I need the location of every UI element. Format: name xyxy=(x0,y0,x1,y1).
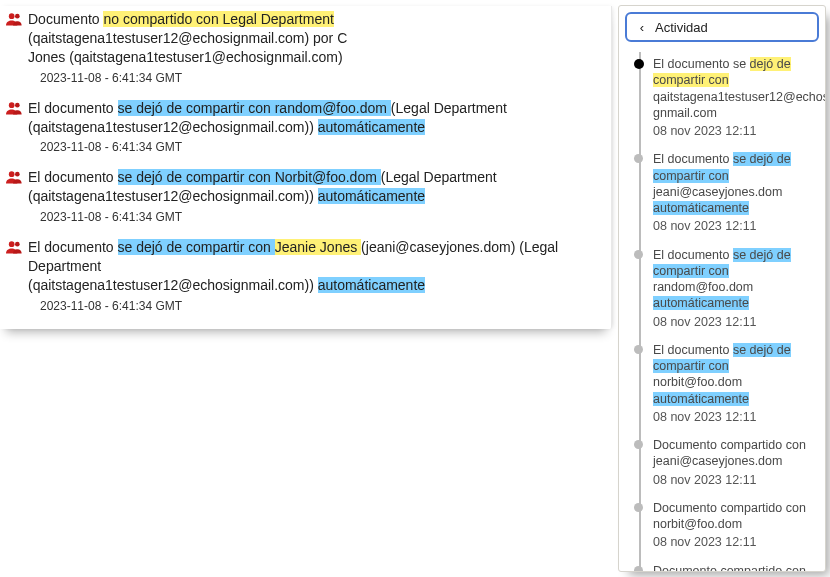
svg-point-6 xyxy=(9,242,15,248)
audit-date: 2023-11-08 - 6:41:34 GMT xyxy=(40,210,603,224)
activity-date: 08 nov 2023 12:11 xyxy=(653,314,817,330)
activity-item[interactable]: Documento compartido conrandom@foo.dom08… xyxy=(653,557,817,572)
activity-item[interactable]: Documento compartido connorbit@foo.dom08… xyxy=(653,494,817,557)
activity-item[interactable]: El documento se dejó decompartir conjean… xyxy=(653,145,817,240)
activity-text: El documento se dejó decompartir conqait… xyxy=(653,56,817,121)
activity-date: 08 nov 2023 12:11 xyxy=(653,218,817,234)
audit-text: Documento no compartido con Legal Depart… xyxy=(28,10,603,67)
audit-log-panel: Documento no compartido con Legal Depart… xyxy=(0,0,612,329)
activity-title: Actividad xyxy=(655,20,708,35)
audit-text: El documento se dejó de compartir con No… xyxy=(28,168,603,206)
audit-text: El documento se dejó de compartir con ra… xyxy=(28,99,603,137)
timeline-dot-icon xyxy=(634,503,643,512)
person-pair-icon xyxy=(6,170,23,184)
audit-row: El documento se dejó de compartir con ra… xyxy=(0,95,611,159)
timeline-dot-icon xyxy=(634,440,643,449)
person-pair-icon xyxy=(6,12,23,26)
activity-item[interactable]: El documento se dejó decompartir con nor… xyxy=(653,336,817,431)
audit-date: 2023-11-08 - 6:41:34 GMT xyxy=(40,71,603,85)
activity-text: Documento compartido conjeani@caseyjones… xyxy=(653,437,817,470)
timeline-dot-icon xyxy=(634,154,643,163)
activity-text: Documento compartido connorbit@foo.dom xyxy=(653,500,817,533)
timeline-dot-icon xyxy=(634,250,643,259)
chevron-left-icon[interactable]: ‹ xyxy=(635,20,649,35)
activity-date: 08 nov 2023 12:11 xyxy=(653,123,817,139)
svg-point-7 xyxy=(15,242,20,247)
audit-row: Documento no compartido con Legal Depart… xyxy=(0,6,611,89)
audit-date: 2023-11-08 - 6:41:34 GMT xyxy=(40,140,603,154)
activity-panel: ‹ Actividad El documento se dejó decompa… xyxy=(618,5,826,572)
svg-point-0 xyxy=(9,13,15,19)
activity-date: 08 nov 2023 12:11 xyxy=(653,472,817,488)
person-pair-icon xyxy=(6,101,23,115)
audit-row: El documento se dejó de compartir con Je… xyxy=(0,234,611,317)
svg-point-2 xyxy=(9,102,15,108)
timeline-dot-icon xyxy=(634,345,643,354)
activity-item[interactable]: El documento se dejó decompartir conqait… xyxy=(653,50,817,145)
svg-point-4 xyxy=(9,172,15,178)
activity-text: El documento se dejó decompartir conrand… xyxy=(653,247,817,312)
audit-date: 2023-11-08 - 6:41:34 GMT xyxy=(40,299,603,313)
svg-point-5 xyxy=(15,172,20,177)
audit-text: El documento se dejó de compartir con Je… xyxy=(28,238,603,295)
activity-item[interactable]: Documento compartido conjeani@caseyjones… xyxy=(653,431,817,494)
activity-list: El documento se dejó decompartir conqait… xyxy=(619,50,825,571)
activity-text: El documento se dejó decompartir conjean… xyxy=(653,151,817,216)
person-pair-icon xyxy=(6,240,23,254)
svg-point-3 xyxy=(15,103,20,108)
activity-date: 08 nov 2023 12:11 xyxy=(653,409,817,425)
activity-header[interactable]: ‹ Actividad xyxy=(625,12,819,42)
activity-item[interactable]: El documento se dejó decompartir conrand… xyxy=(653,241,817,336)
svg-point-1 xyxy=(15,14,20,19)
activity-date: 08 nov 2023 12:11 xyxy=(653,534,817,550)
activity-text: Documento compartido conrandom@foo.dom xyxy=(653,563,817,572)
audit-row: El documento se dejó de compartir con No… xyxy=(0,164,611,228)
timeline-dot-icon xyxy=(634,59,644,69)
activity-text: El documento se dejó decompartir con nor… xyxy=(653,342,817,407)
timeline-dot-icon xyxy=(634,566,643,572)
